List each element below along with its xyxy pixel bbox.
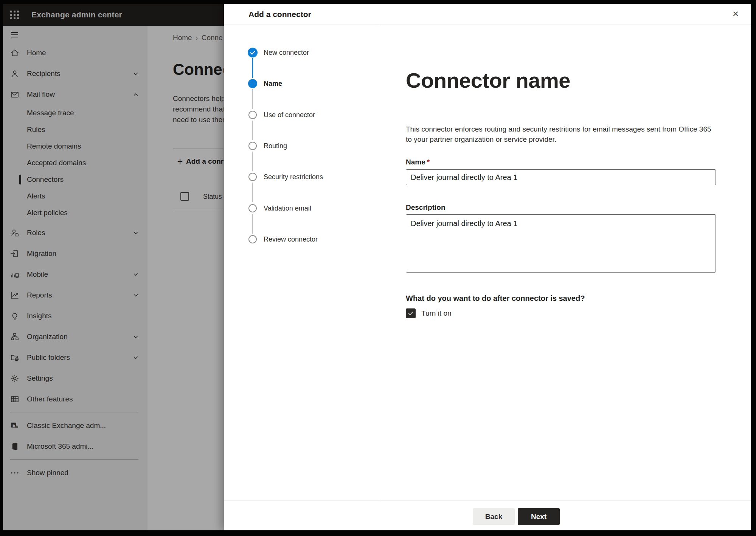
app-window: Exchange admin center HomeRecipientsMail…	[3, 4, 751, 530]
dialog-header: Add a connector ✕	[224, 4, 751, 25]
name-field-label: Name*	[406, 158, 430, 166]
page-description: This connector enforces routing and secu…	[406, 124, 711, 144]
step-label-use-of-connector: Use of connector	[264, 110, 315, 120]
step-upcoming-icon	[248, 235, 257, 243]
checkbox-checked-icon	[406, 308, 416, 318]
step-upcoming-icon	[248, 173, 257, 181]
step-connector-line	[252, 214, 253, 234]
step-connector-line	[252, 121, 253, 140]
wizard-stepper: New connectorNameUse of connectorRouting…	[224, 25, 381, 500]
required-asterisk: *	[427, 158, 430, 166]
description-textarea[interactable]: Deliver journal directly to Area 1	[406, 214, 716, 273]
step-upcoming-icon	[248, 204, 257, 212]
step-label-validation-email: Validation email	[264, 203, 311, 213]
step-label-name: Name	[264, 79, 282, 88]
step-connector-line	[252, 183, 253, 202]
step-connector-line	[252, 58, 253, 78]
step-label-routing: Routing	[264, 141, 287, 151]
back-button[interactable]: Back	[473, 508, 515, 525]
page-title: Connector name	[406, 68, 570, 93]
close-icon[interactable]: ✕	[728, 7, 743, 21]
checkbox-label: Turn it on	[421, 309, 452, 318]
step-upcoming-icon	[248, 111, 257, 119]
step-current-icon	[248, 79, 257, 88]
step-upcoming-icon	[248, 142, 257, 150]
step-connector-line	[252, 152, 253, 171]
turn-it-on-checkbox[interactable]: Turn it on	[406, 308, 452, 318]
step-label-new-connector: New connector	[264, 48, 309, 57]
name-input[interactable]	[406, 169, 716, 185]
add-connector-dialog: Add a connector ✕ New connectorNameUse o…	[224, 4, 751, 530]
step-label-security-restrictions: Security restrictions	[264, 172, 323, 182]
dialog-footer: Back Next	[224, 500, 751, 530]
dialog-title: Add a connector	[248, 4, 311, 25]
description-field-label: Description	[406, 203, 446, 212]
after-save-question: What do you want to do after connector i…	[406, 294, 585, 303]
next-button[interactable]: Next	[518, 508, 560, 525]
dialog-content: Connector name This connector enforces r…	[381, 25, 751, 500]
step-completed-icon	[248, 48, 258, 57]
step-label-review-connector: Review connector	[264, 234, 318, 244]
step-connector-line	[252, 89, 253, 109]
